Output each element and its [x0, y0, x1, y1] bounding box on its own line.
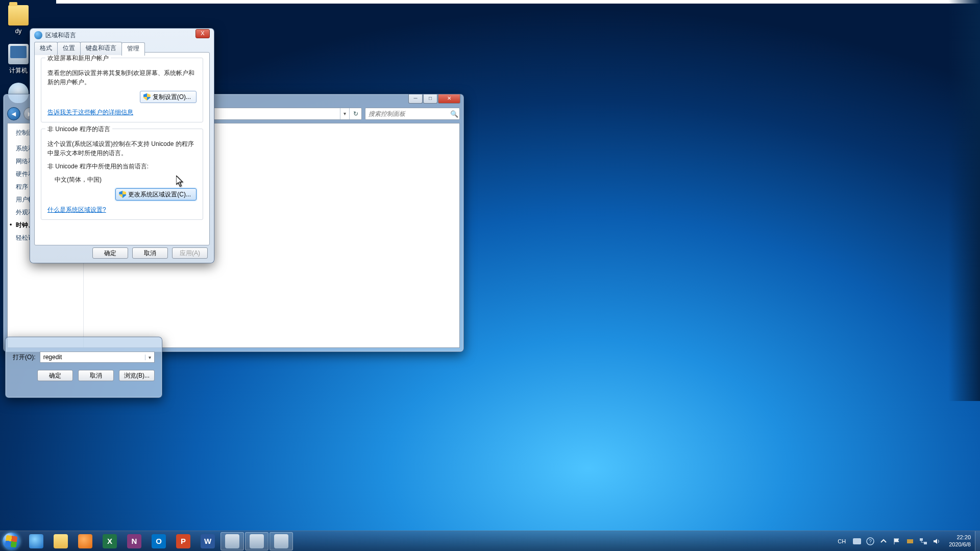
chevron-up-icon[interactable]: [879, 537, 888, 545]
xl-icon: X: [103, 534, 117, 548]
chevron-down-icon[interactable]: ▾: [145, 355, 154, 360]
clock[interactable]: 22:20 2020/6/8: [949, 534, 971, 548]
desktop-icon-dy[interactable]: dy: [4, 5, 33, 35]
ime-indicator[interactable]: CH: [836, 537, 848, 545]
refresh-button[interactable]: ↻: [349, 108, 361, 119]
computer-icon: [8, 44, 29, 64]
search-box[interactable]: 🔍: [365, 108, 460, 120]
system-tray: CH ? 22:20 2020/6/8: [831, 534, 975, 548]
pp-icon: P: [176, 534, 190, 548]
on-icon: N: [127, 534, 141, 548]
gen-icon: [250, 534, 264, 548]
start-button[interactable]: [0, 531, 22, 552]
search-icon[interactable]: 🔍: [449, 110, 459, 118]
current-lang-value: 中文(简体，中国): [47, 175, 197, 184]
group-legend: 欢迎屏幕和新用户帐户: [45, 54, 111, 63]
svg-rect-3: [907, 539, 913, 543]
ol-icon: O: [152, 534, 166, 548]
taskbar-app-on[interactable]: N: [122, 532, 146, 550]
fold-icon: [54, 534, 68, 548]
taskbar-app-xl[interactable]: X: [98, 532, 121, 550]
taskbar-app-ie[interactable]: [24, 532, 48, 550]
address-dropdown[interactable]: ▾: [340, 108, 349, 119]
taskbar-app-fold[interactable]: [49, 532, 72, 550]
svg-rect-0: [853, 538, 861, 544]
help-icon[interactable]: ?: [866, 537, 874, 545]
dialog-buttons: 确定 取消 应用(A): [92, 247, 208, 259]
windows-orb-icon: [3, 533, 20, 550]
run-combobox[interactable]: ▾: [40, 352, 155, 363]
dialog-titlebar: 区域和语言 X: [30, 29, 214, 42]
tray-icon[interactable]: [853, 537, 861, 545]
tab-location[interactable]: 位置: [57, 42, 81, 55]
show-desktop-button[interactable]: [975, 531, 980, 552]
button-label: 更改系统区域设置(C)...: [128, 190, 191, 199]
taskbar-app-gen[interactable]: [245, 532, 268, 550]
desktop: dy 计算机 ─ □ ✕ ◄ ► ▾ ↻ 🔍: [0, 0, 980, 551]
button-label: 复制设置(O)...: [153, 93, 191, 102]
group-nonunicode: 非 Unicode 程序的语言 这个设置(系统区域设置)控制在不支持 Unico…: [41, 129, 203, 220]
top-strip: [56, 0, 980, 4]
apply-button[interactable]: 应用(A): [172, 247, 208, 259]
tab-strip: 格式 位置 键盘和语言 管理: [30, 42, 214, 55]
back-button[interactable]: ◄: [7, 107, 20, 120]
run-ok-button[interactable]: 确定: [37, 370, 73, 381]
taskbar: XNOPW CH ? 22:20 2020/6/8: [0, 531, 980, 551]
run-cancel-button[interactable]: 取消: [78, 370, 114, 381]
search-input[interactable]: [365, 110, 449, 117]
taskbar-app-pp[interactable]: P: [172, 532, 195, 550]
welcome-desc: 查看您的国际设置并将其复制到欢迎屏幕、系统帐户和新的用户帐户。: [47, 68, 197, 87]
icon-label: dy: [4, 28, 33, 35]
nonunicode-desc: 这个设置(系统区域设置)控制在不支持 Unicode 的程序中显示文本时所使用的…: [47, 139, 197, 158]
minimize-button[interactable]: ─: [408, 94, 423, 104]
maximize-button[interactable]: □: [423, 94, 437, 104]
svg-text:?: ?: [869, 539, 872, 544]
tab-page-admin: 欢迎屏幕和新用户帐户 查看您的国际设置并将其复制到欢迎屏幕、系统帐户和新的用户帐…: [34, 52, 210, 245]
globe-icon: [34, 31, 42, 39]
tab-format[interactable]: 格式: [34, 42, 58, 55]
shield-icon: [143, 93, 151, 101]
link-account-details[interactable]: 告诉我关于这些帐户的详细信息: [47, 109, 133, 116]
group-legend: 非 Unicode 程序的语言: [45, 125, 112, 134]
folder-icon: [8, 5, 29, 26]
network-icon[interactable]: [919, 537, 927, 545]
flag-icon[interactable]: [893, 537, 901, 545]
cancel-button[interactable]: 取消: [132, 247, 168, 259]
run-dialog: 打开(O): ▾ 确定 取消 浏览(B)...: [5, 337, 162, 398]
close-button[interactable]: ✕: [438, 94, 460, 104]
region-language-dialog: 区域和语言 X 格式 位置 键盘和语言 管理 欢迎屏幕和新用户帐户 查看您的国际…: [30, 28, 214, 263]
run-open-label: 打开(O):: [13, 353, 36, 362]
taskbar-app-gen[interactable]: [220, 532, 244, 550]
group-welcome: 欢迎屏幕和新用户帐户 查看您的国际设置并将其复制到欢迎屏幕、系统帐户和新的用户帐…: [41, 58, 203, 122]
tray-icon[interactable]: [906, 537, 914, 545]
clock-time: 22:20: [949, 534, 971, 541]
ie-icon: [29, 534, 43, 548]
icon-label: 计算机: [4, 66, 33, 75]
tab-keyboard[interactable]: 键盘和语言: [80, 42, 122, 55]
taskbar-app-ol[interactable]: O: [147, 532, 170, 550]
dialog-title: 区域和语言: [45, 31, 195, 40]
volume-icon[interactable]: [933, 537, 941, 545]
ok-button[interactable]: 确定: [92, 247, 128, 259]
link-what-is-locale[interactable]: 什么是系统区域设置?: [47, 206, 106, 213]
shield-icon: [119, 191, 126, 198]
taskbar-items: XNOPW: [24, 532, 293, 550]
gen-icon: [225, 534, 239, 548]
run-browse-button[interactable]: 浏览(B)...: [119, 370, 155, 381]
taskbar-app-wmp[interactable]: [74, 532, 97, 550]
tab-admin[interactable]: 管理: [121, 42, 145, 56]
wmp-icon: [78, 534, 92, 548]
close-button[interactable]: X: [195, 29, 210, 38]
taskbar-app-wd[interactable]: W: [196, 532, 219, 550]
gen-icon: [274, 534, 288, 548]
clock-date: 2020/6/8: [949, 541, 971, 548]
taskbar-app-gen[interactable]: [270, 532, 293, 550]
run-input[interactable]: [40, 354, 145, 361]
current-lang-label: 非 Unicode 程序中所使用的当前语言:: [47, 162, 197, 171]
change-system-locale-button[interactable]: 更改系统区域设置(C)...: [115, 188, 197, 201]
svg-rect-4: [920, 538, 923, 541]
copy-settings-button[interactable]: 复制设置(O)...: [140, 91, 197, 103]
wd-icon: W: [201, 534, 215, 548]
desktop-icon-computer[interactable]: 计算机: [4, 44, 33, 75]
right-edge-shadow: [948, 0, 980, 401]
